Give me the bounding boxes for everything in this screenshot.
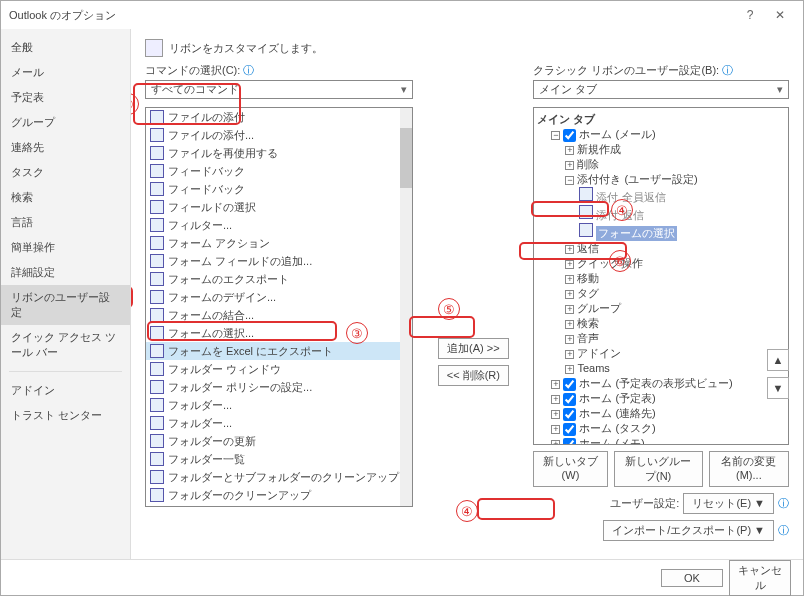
- expand-icon[interactable]: +: [565, 146, 574, 155]
- command-row[interactable]: フィードバック: [146, 180, 400, 198]
- sidebar-item[interactable]: メール: [1, 60, 130, 85]
- tree-item[interactable]: −添付付き (ユーザー設定): [537, 172, 785, 187]
- command-icon: [150, 470, 164, 484]
- expand-icon[interactable]: +: [565, 365, 574, 374]
- tree-item[interactable]: +ホーム (連絡先): [537, 406, 785, 421]
- move-up-button[interactable]: ▲: [767, 349, 789, 371]
- expand-icon[interactable]: +: [565, 335, 574, 344]
- tree-checkbox[interactable]: [563, 423, 576, 436]
- info-icon[interactable]: ⓘ: [778, 523, 789, 538]
- command-row[interactable]: フォルダーの削除: [146, 504, 400, 506]
- sidebar-item[interactable]: 連絡先: [1, 135, 130, 160]
- sidebar-item[interactable]: 検索: [1, 185, 130, 210]
- command-row[interactable]: フォルダー一覧: [146, 450, 400, 468]
- command-row[interactable]: フォームのエクスポート: [146, 270, 400, 288]
- command-row[interactable]: ファイルの添付...: [146, 126, 400, 144]
- tree-checkbox[interactable]: [563, 129, 576, 142]
- sidebar-item[interactable]: タスク: [1, 160, 130, 185]
- tree-leaf-selected[interactable]: フォームの選択: [537, 223, 785, 241]
- command-label: フィードバック: [168, 182, 245, 197]
- sidebar-item[interactable]: 詳細設定: [1, 260, 130, 285]
- commands-list[interactable]: ファイルファイルの添付ファイルの添付...ファイルを再使用するフィードバックフィ…: [145, 107, 413, 507]
- tree-item[interactable]: +新規作成: [537, 142, 785, 157]
- scrollbar[interactable]: [400, 108, 412, 506]
- info-icon[interactable]: ⓘ: [778, 496, 789, 511]
- expand-icon[interactable]: +: [551, 425, 560, 434]
- remove-button[interactable]: << 削除(R): [438, 365, 509, 386]
- command-row[interactable]: フォルダー...: [146, 414, 400, 432]
- collapse-icon[interactable]: −: [551, 131, 560, 140]
- command-icon: [150, 182, 164, 196]
- tree-checkbox[interactable]: [563, 378, 576, 391]
- command-row[interactable]: フィールドの選択: [146, 198, 400, 216]
- cancel-button[interactable]: キャンセル: [729, 560, 791, 596]
- command-row[interactable]: ファイルを再使用する: [146, 144, 400, 162]
- sidebar-item[interactable]: 簡単操作: [1, 235, 130, 260]
- sidebar-item[interactable]: トラスト センター: [1, 403, 130, 428]
- expand-icon[interactable]: +: [551, 440, 560, 445]
- expand-icon[interactable]: +: [565, 320, 574, 329]
- tree-item[interactable]: +タグ: [537, 286, 785, 301]
- sidebar-item[interactable]: 言語: [1, 210, 130, 235]
- help-button[interactable]: ?: [735, 8, 765, 22]
- tree-item[interactable]: +アドイン: [537, 346, 785, 361]
- sidebar-item[interactable]: 予定表: [1, 85, 130, 110]
- tree-item[interactable]: +移動: [537, 271, 785, 286]
- tree-item[interactable]: +検索: [537, 316, 785, 331]
- category-sidebar: 全般 メール 予定表 グループ 連絡先 タスク 検索 言語 簡単操作 詳細設定 …: [1, 29, 131, 559]
- tree-item[interactable]: +ホーム (メモ): [537, 436, 785, 445]
- command-row[interactable]: フォルダー ウィンドウ: [146, 360, 400, 378]
- expand-icon[interactable]: +: [565, 275, 574, 284]
- expand-icon[interactable]: +: [565, 305, 574, 314]
- tree-item[interactable]: +削除: [537, 157, 785, 172]
- scrollbar-thumb[interactable]: [400, 128, 412, 188]
- command-icon: [150, 344, 164, 358]
- collapse-icon[interactable]: −: [565, 176, 574, 185]
- tree-checkbox[interactable]: [563, 438, 576, 445]
- tree-item[interactable]: +ホーム (予定表): [537, 391, 785, 406]
- sidebar-item[interactable]: アドイン: [1, 378, 130, 403]
- command-row[interactable]: フォームを Excel にエクスポート: [146, 342, 400, 360]
- command-row[interactable]: フォルダーとサブフォルダーのクリーンアップ: [146, 468, 400, 486]
- customize-select[interactable]: メイン タブ ▾: [533, 80, 789, 99]
- command-row[interactable]: フォルダー...: [146, 396, 400, 414]
- sidebar-item[interactable]: グループ: [1, 110, 130, 135]
- tree-item[interactable]: −ホーム (メール): [537, 127, 785, 142]
- tree-item[interactable]: +グループ: [537, 301, 785, 316]
- tree-item[interactable]: +音声: [537, 331, 785, 346]
- new-tab-button[interactable]: 新しいタブ(W): [533, 451, 607, 487]
- sidebar-item-selected[interactable]: リボンのユーザー設定: [1, 285, 130, 325]
- sidebar-item[interactable]: 全般: [1, 35, 130, 60]
- add-button[interactable]: 追加(A) >>: [438, 338, 509, 359]
- tree-checkbox[interactable]: [563, 393, 576, 406]
- command-row[interactable]: フォルダー ポリシーの設定...: [146, 378, 400, 396]
- command-row[interactable]: フォーム アクション: [146, 234, 400, 252]
- command-row[interactable]: フィルター...: [146, 216, 400, 234]
- expand-icon[interactable]: +: [551, 380, 560, 389]
- tree-item[interactable]: +ホーム (タスク): [537, 421, 785, 436]
- command-row[interactable]: フィードバック: [146, 162, 400, 180]
- expand-icon[interactable]: +: [565, 161, 574, 170]
- ok-button[interactable]: OK: [661, 569, 723, 587]
- new-group-button[interactable]: 新しいグループ(N): [614, 451, 703, 487]
- sidebar-item[interactable]: クイック アクセス ツール バー: [1, 325, 130, 365]
- command-row[interactable]: フォーム フィールドの追加...: [146, 252, 400, 270]
- ribbon-tree[interactable]: メイン タブ −ホーム (メール) +新規作成 +削除 −添付付き (ユーザー設…: [533, 107, 789, 445]
- command-row[interactable]: フォルダーのクリーンアップ: [146, 486, 400, 504]
- expand-icon[interactable]: +: [551, 395, 560, 404]
- titlebar: Outlook のオプション ? ✕: [1, 1, 803, 29]
- tree-item[interactable]: +ホーム (予定表の表形式ビュー): [537, 376, 785, 391]
- tree-checkbox[interactable]: [563, 408, 576, 421]
- tree-item[interactable]: +Teams: [537, 361, 785, 376]
- close-button[interactable]: ✕: [765, 8, 795, 22]
- expand-icon[interactable]: +: [565, 260, 574, 269]
- move-down-button[interactable]: ▼: [767, 377, 789, 399]
- command-row[interactable]: フォルダーの更新: [146, 432, 400, 450]
- import-export-button[interactable]: インポート/エクスポート(P) ▼: [603, 520, 774, 541]
- expand-icon[interactable]: +: [565, 290, 574, 299]
- expand-icon[interactable]: +: [565, 350, 574, 359]
- reset-button[interactable]: リセット(E) ▼: [683, 493, 774, 514]
- rename-button[interactable]: 名前の変更(M)...: [709, 451, 789, 487]
- command-row[interactable]: フォームのデザイン...: [146, 288, 400, 306]
- expand-icon[interactable]: +: [551, 410, 560, 419]
